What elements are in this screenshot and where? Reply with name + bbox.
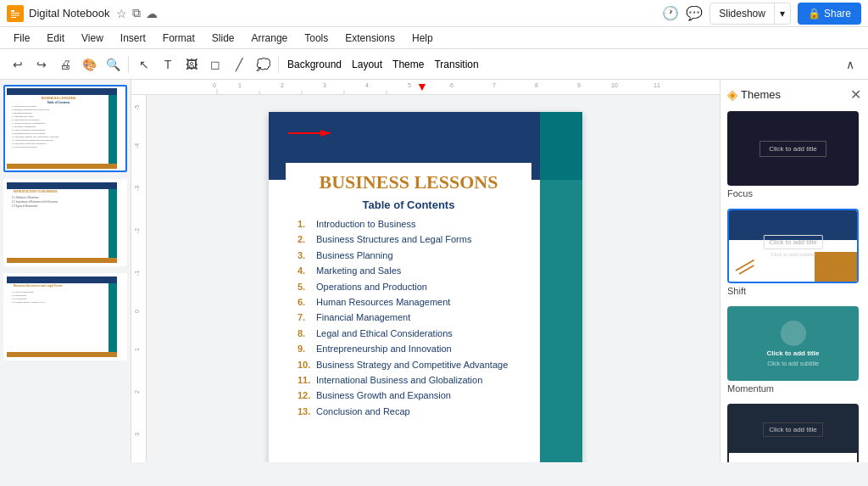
toc-text-13: Conclusion and Recap — [316, 405, 410, 418]
theme-momentum-preview: Click to add title Click to add subtitle — [727, 306, 859, 381]
toc-num-9: 9. — [298, 343, 313, 355]
redo-button[interactable]: ↪ — [31, 53, 53, 75]
svg-text:6: 6 — [450, 82, 453, 88]
main-slide-canvas[interactable]: BUSINESS LESSONS Table of Contents 1.Int… — [269, 112, 582, 462]
slide-toc-item-2: 2.Business Structures and Legal Forms — [298, 233, 520, 246]
svg-text:3: 3 — [134, 433, 140, 436]
toc-num-10: 10. — [298, 359, 313, 371]
app-icon — [7, 5, 24, 22]
star-icon[interactable]: ☆ — [116, 7, 127, 20]
menu-edit[interactable]: Edit — [40, 31, 71, 46]
theme-paradigm-preview: Click to add title Click to add subtitle — [727, 404, 859, 462]
svg-text:-4: -4 — [134, 143, 140, 148]
slide-toc-list: 1.Introduction to Business2.Business Str… — [298, 218, 520, 418]
theme-focus-item[interactable]: Click to add title Focus — [727, 111, 861, 198]
slide-3-preview: Business Structures and Legal Forms 2.1 … — [7, 277, 117, 357]
svg-text:5: 5 — [408, 82, 411, 88]
slide-toc-item-13: 13.Conclusion and Recap — [298, 405, 520, 418]
menu-help[interactable]: Help — [405, 31, 440, 46]
history-icon[interactable]: 🕐 — [662, 5, 679, 21]
slide-toc-item-12: 12.Business Growth and Expansion — [298, 389, 520, 402]
slide-toc-item-1: 1.Introduction to Business — [298, 218, 520, 231]
comment-button[interactable]: 💭 — [252, 53, 274, 75]
theme-shift-item[interactable]: Click to add title Click to add subtitle — [727, 209, 861, 296]
slide-2-preview: INTRODUCTION TO BUSINESS 1.1 Definition … — [7, 182, 117, 263]
toc-num-5: 5. — [298, 281, 313, 293]
svg-text:3: 3 — [323, 82, 326, 88]
menu-extensions[interactable]: Extensions — [338, 31, 402, 46]
theme-shift-preview: Click to add title Click to add subtitle — [727, 209, 859, 283]
menu-tools[interactable]: Tools — [298, 31, 335, 46]
undo-button[interactable]: ↩ — [7, 53, 29, 75]
zoom-button[interactable]: 🔍 — [102, 53, 124, 75]
slide-thumbnail-2[interactable]: 2 INTRODUCTION TO BUSINESS 1.1 Definitio… — [3, 179, 127, 266]
toc-num-13: 13. — [298, 405, 313, 418]
theme-shift-name: Shift — [727, 286, 861, 296]
theme-focus-name: Focus — [727, 188, 861, 198]
menu-format[interactable]: Format — [156, 31, 202, 46]
shapes-button[interactable]: ◻ — [204, 53, 226, 75]
slide-thumbnail-3[interactable]: 3 Business Structures and Legal Forms 2.… — [3, 273, 127, 360]
layout-button[interactable]: Layout — [348, 53, 387, 75]
background-button[interactable]: Background — [283, 53, 346, 75]
slideshow-button-group: Slideshow ▾ — [709, 3, 791, 25]
collapse-toolbar-button[interactable]: ∧ — [839, 53, 861, 75]
transition-button[interactable]: Transition — [430, 53, 482, 75]
app-title: Digital Notebook — [29, 7, 109, 20]
text-button[interactable]: T — [157, 53, 179, 75]
paint-format-button[interactable]: 🎨 — [78, 53, 100, 75]
menu-file[interactable]: File — [7, 31, 36, 46]
vertical-ruler: -5 -4 -3 -2 -1 0 1 2 3 4 — [131, 95, 147, 462]
theme-paradigm-item[interactable]: Click to add title Click to add subtitle… — [727, 404, 861, 462]
print-button[interactable]: 🖨 — [54, 53, 76, 75]
toolbar-sep-1 — [128, 56, 129, 73]
slide-toc-item-7: 7.Financial Management — [298, 311, 520, 324]
menu-arrange[interactable]: Arrange — [245, 31, 295, 46]
slide-panel: 1 BUSINESS LESSONS Table of Contents 1. … — [0, 80, 131, 462]
toc-text-9: Entrepreneurship and Innovation — [316, 343, 452, 355]
slideshow-dropdown-button[interactable]: ▾ — [775, 3, 790, 24]
top-bar: Digital Notebook ☆ ⧉ ☁ 🕐 💬 Slideshow ▾ 🔒… — [0, 0, 868, 27]
themes-icon: ◈ — [727, 87, 737, 103]
themes-close-button[interactable]: ✕ — [850, 87, 861, 103]
svg-text:1: 1 — [238, 82, 242, 88]
theme-momentum-text: Click to add title — [767, 349, 820, 357]
slide-1-preview: BUSINESS LESSONS Table of Contents 1. In… — [7, 88, 117, 169]
folder-icon[interactable]: ⧉ — [132, 6, 141, 20]
cloud-icon[interactable]: ☁ — [146, 7, 158, 20]
slideshow-main-button[interactable]: Slideshow — [710, 3, 775, 24]
cursor-button[interactable]: ↖ — [133, 53, 155, 75]
line-button[interactable]: ╱ — [228, 53, 250, 75]
svg-text:7: 7 — [492, 82, 496, 88]
top-right-actions: 🕐 💬 Slideshow ▾ 🔒 Share — [662, 3, 861, 25]
toc-text-12: Business Growth and Expansion — [316, 389, 451, 402]
layout-label: Layout — [352, 59, 382, 70]
slide-toc-item-11: 11.International Business and Globalizat… — [298, 374, 520, 387]
menu-bar: File Edit View Insert Format Slide Arran… — [0, 27, 868, 49]
svg-text:11: 11 — [654, 82, 660, 88]
slide-content-area: BUSINESS LESSONS Table of Contents 1.Int… — [286, 163, 531, 462]
menu-slide[interactable]: Slide — [205, 31, 242, 46]
slide-thumbnail-1[interactable]: 1 BUSINESS LESSONS Table of Contents 1. … — [3, 85, 127, 172]
theme-button[interactable]: Theme — [388, 53, 428, 75]
toc-num-4: 4. — [298, 265, 313, 277]
theme-momentum-item[interactable]: Click to add title Click to add subtitle… — [727, 306, 861, 394]
slide-toc-item-10: 10.Business Strategy and Competitive Adv… — [298, 359, 520, 371]
menu-view[interactable]: View — [75, 31, 110, 46]
slide-right-decoration — [540, 112, 582, 462]
canvas-area: 0 1 2 3 4 5 6 7 8 9 10 11 — [131, 80, 720, 462]
toc-num-1: 1. — [298, 218, 313, 231]
share-button[interactable]: 🔒 Share — [798, 3, 861, 25]
toc-text-1: Introduction to Business — [316, 218, 415, 231]
theme-momentum-circle — [781, 321, 806, 346]
toc-num-2: 2. — [298, 233, 313, 246]
svg-text:4: 4 — [365, 82, 369, 88]
menu-insert[interactable]: Insert — [114, 31, 153, 46]
red-arrow-theme — [727, 240, 733, 260]
canvas-scroll: -5 -4 -3 -2 -1 0 1 2 3 4 BUSINES — [131, 95, 720, 462]
svg-text:9: 9 — [577, 82, 581, 88]
title-icons: ☆ ⧉ ☁ — [116, 6, 158, 20]
image-button[interactable]: 🖼 — [181, 53, 203, 75]
comments-icon[interactable]: 💬 — [686, 5, 703, 21]
red-arrow-canvas — [288, 120, 339, 148]
